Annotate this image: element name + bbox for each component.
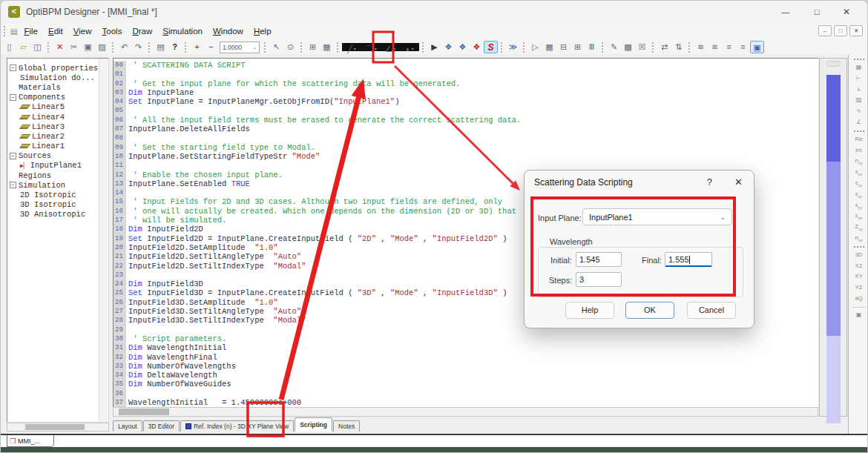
context-help-icon[interactable]: ? bbox=[168, 41, 182, 53]
dialog-close-icon[interactable]: ✕ bbox=[734, 176, 743, 188]
editor-vertical-scrollbar[interactable] bbox=[819, 58, 847, 417]
edit-params-icon[interactable]: ✎ bbox=[607, 41, 621, 53]
zoom-level-combo[interactable]: 1.0000⌄ bbox=[220, 42, 260, 53]
tree-horizontal-scrollbar[interactable] bbox=[7, 423, 109, 431]
tree-item-linear1[interactable]: Linear1 bbox=[10, 142, 107, 151]
erase-icon[interactable]: ☒ bbox=[635, 41, 649, 53]
tree-item-2d-isotropic[interactable]: 2D Isotropic bbox=[10, 190, 107, 199]
view-xz-icon[interactable]: XZ bbox=[855, 261, 862, 272]
scrollbar-knob[interactable] bbox=[826, 61, 841, 67]
editor-horizontal-scrollbar[interactable] bbox=[113, 407, 818, 417]
code-line[interactable]: 08 bbox=[114, 133, 818, 142]
code-line[interactable]: 02 ' Get the input plane for which the s… bbox=[114, 79, 818, 88]
generate-scattering-data-icon[interactable]: S bbox=[484, 41, 498, 53]
code-line[interactable]: 31Dim WavelengthInitial bbox=[114, 343, 818, 352]
script-tool-3-icon[interactable]: ❖ bbox=[470, 41, 484, 53]
data-table-view-icon[interactable]: ▦ bbox=[856, 62, 862, 73]
code-line[interactable]: 00 ' SCATTERING DATA SCRIPT bbox=[114, 61, 818, 70]
tree-item-materials[interactable]: Materials bbox=[10, 82, 107, 92]
align-3-icon[interactable]: ≡ bbox=[722, 41, 736, 53]
tree-collapse-icon[interactable]: − bbox=[10, 182, 16, 188]
align-4-icon[interactable]: ≡ bbox=[736, 41, 750, 53]
code-line[interactable]: 03Dim InputPlane bbox=[114, 88, 818, 97]
snap-grid-icon[interactable]: ▦ bbox=[320, 41, 334, 53]
image-view-icon[interactable]: ▨ bbox=[856, 95, 862, 106]
arc-waveguide-tool-icon[interactable]: ⌒ ▾ bbox=[361, 43, 381, 51]
code-line[interactable]: 07InputPlane.DeleteAllFields bbox=[114, 125, 818, 133]
align-2-icon[interactable]: ≋ bbox=[708, 41, 722, 53]
code-line[interactable]: 04Set InputPlane = InputPlaneMgr.GetObjF… bbox=[114, 97, 818, 106]
tree-item-components[interactable]: −Components bbox=[10, 93, 107, 102]
refractive-index-view-icon[interactable]: nxy bbox=[855, 156, 863, 167]
menu-draw[interactable]: Draw bbox=[127, 25, 157, 37]
view-split-2-icon[interactable]: ⊞ bbox=[571, 41, 585, 53]
tile-windows-icon[interactable]: ▣ bbox=[856, 310, 862, 321]
minimize-button[interactable]: — bbox=[771, 1, 800, 23]
epsilon-xx-view-icon[interactable]: εxx bbox=[855, 167, 862, 178]
tree-item-inputplane1[interactable]: ▶▏InputPlane1 bbox=[10, 161, 107, 171]
tree-scroll-thumb[interactable] bbox=[25, 424, 85, 430]
code-line[interactable]: 32Dim WavelengthFinal bbox=[114, 353, 818, 362]
initial-field[interactable]: 1.545 bbox=[576, 252, 622, 267]
menu-file[interactable]: File bbox=[19, 25, 43, 37]
delete-icon[interactable]: ✕ bbox=[53, 41, 67, 53]
code-line[interactable]: 06 ' All the input field terms must be e… bbox=[114, 116, 818, 125]
tree-item-3d-anisotropic[interactable]: 3D Anisotropic bbox=[10, 210, 107, 219]
editor-scroll-thumb[interactable] bbox=[119, 409, 169, 415]
menu-edit[interactable]: Edit bbox=[43, 25, 68, 37]
redo-icon[interactable]: ↷ bbox=[131, 41, 145, 53]
tree-item-regions[interactable]: Regions bbox=[10, 171, 107, 180]
epsilon-yx-view-icon[interactable]: εyx bbox=[855, 189, 862, 200]
impedance-view-icon[interactable]: Zxy bbox=[855, 222, 862, 233]
code-line[interactable]: 05 bbox=[114, 106, 818, 115]
epsilon-yy-view-icon[interactable]: εyy bbox=[855, 200, 862, 211]
view-yz-icon[interactable]: YZ bbox=[855, 282, 862, 294]
open-file-icon[interactable]: ▱ bbox=[16, 41, 30, 53]
tree-vertical-scrollbar[interactable] bbox=[99, 59, 108, 422]
view-3d-icon[interactable]: 3D bbox=[855, 250, 862, 261]
tree-collapse-icon[interactable]: − bbox=[10, 153, 16, 159]
maximize-button[interactable]: □ bbox=[802, 1, 832, 23]
tree-item-simulation[interactable]: −Simulation bbox=[10, 180, 107, 190]
chart-view-icon[interactable]: ∠ bbox=[856, 117, 861, 128]
view-4q-icon[interactable]: 4Q bbox=[855, 294, 863, 305]
epsilon-zz-view-icon[interactable]: εzz bbox=[855, 211, 862, 222]
document-icon[interactable]: ▤ bbox=[10, 27, 17, 36]
run-simulation-icon[interactable]: ▶ bbox=[427, 41, 441, 53]
tab-notes[interactable]: Notes bbox=[333, 420, 360, 431]
menu-help[interactable]: Help bbox=[249, 25, 277, 37]
tree-item-3d-isotropic[interactable]: 3D Isotropic bbox=[10, 200, 107, 210]
code-line[interactable]: 30 ' Script parameters. bbox=[114, 334, 818, 343]
code-line[interactable]: 11 bbox=[114, 161, 818, 170]
sbend-waveguide-tool-icon[interactable]: ∠ ▾ bbox=[381, 43, 400, 51]
index-xz-view-icon[interactable]: nxz bbox=[855, 233, 863, 244]
menu-tools[interactable]: Tools bbox=[97, 25, 128, 37]
project-tab[interactable]: ❒ MMI_... bbox=[7, 435, 54, 447]
menu-view[interactable]: View bbox=[68, 25, 97, 37]
imag-part-view-icon[interactable]: Im bbox=[855, 145, 862, 156]
code-line[interactable]: 09 ' Set the starting field type to Moda… bbox=[114, 143, 818, 152]
input-plane-select[interactable]: InputPlane1 ⌄ bbox=[582, 208, 732, 225]
real-part-view-icon[interactable]: Re bbox=[855, 134, 862, 145]
mdi-restore-button[interactable]: □ bbox=[834, 25, 847, 36]
mode-solver-icon[interactable]: ▦ bbox=[542, 41, 556, 53]
script-tool-1-icon[interactable]: ❖ bbox=[441, 41, 456, 53]
flip-vertical-icon[interactable]: ⇅ bbox=[671, 41, 685, 53]
tree-item-sources[interactable]: −Sources bbox=[10, 151, 107, 161]
menu-window[interactable]: Window bbox=[208, 25, 249, 37]
flip-horizontal-icon[interactable]: ⇄ bbox=[657, 41, 671, 53]
align-1-icon[interactable]: ≋ bbox=[694, 41, 708, 53]
tab-layout[interactable]: Layout bbox=[113, 420, 142, 431]
code-line[interactable]: 36 bbox=[114, 389, 818, 398]
ok-button[interactable]: OK bbox=[625, 302, 674, 319]
wavelength-view-icon[interactable]: λ bbox=[858, 85, 861, 96]
code-line[interactable]: 10InputPlane.SetStartingFieldTypeStr "Mo… bbox=[114, 152, 818, 161]
grid-toggle-icon[interactable]: ⊞ bbox=[306, 41, 320, 53]
scrollbar-thumb[interactable] bbox=[826, 75, 841, 423]
script-tool-2-icon[interactable]: ❖ bbox=[456, 41, 470, 53]
matrix-view-icon[interactable]: ▩ bbox=[621, 41, 635, 53]
print-icon[interactable]: ▤ bbox=[154, 41, 168, 53]
code-line[interactable]: 34Dim DeltaWavelength bbox=[114, 371, 818, 380]
save-file-icon[interactable]: ◫ bbox=[30, 41, 45, 53]
view-xy-icon[interactable]: XY bbox=[855, 271, 863, 282]
